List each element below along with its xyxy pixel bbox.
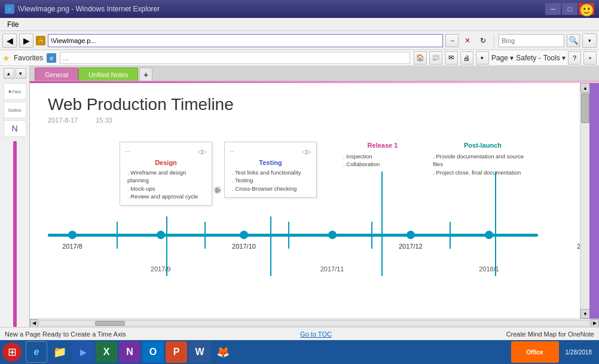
file-menu[interactable]: File bbox=[2, 19, 23, 30]
stop-button[interactable]: ✕ bbox=[461, 34, 474, 47]
tick-up-3 bbox=[288, 222, 289, 234]
forward-button[interactable]: ▶ bbox=[19, 33, 33, 48]
mail-button[interactable]: ✉ bbox=[445, 51, 458, 65]
testing-box: ··· ◁▷ Testing . Test links and function… bbox=[224, 142, 317, 198]
status-bar: New a Page Ready to Create a Time Axis G… bbox=[0, 327, 599, 340]
sidebar-scroll-down[interactable]: ▾ bbox=[16, 68, 26, 79]
label-top-3: 2017/12 bbox=[399, 243, 423, 250]
timeline-labels-top: 2017/8 2017/10 2017/12 2018/2 bbox=[48, 237, 538, 250]
scroll-up-button[interactable]: ▲ bbox=[580, 83, 590, 93]
window-title: \ViewImage.png - Windows Internet Explor… bbox=[18, 5, 160, 13]
h-scroll-right[interactable]: ▶ bbox=[591, 319, 599, 328]
onenote-page: Web Production Timeline 2017-8-17 15:33 … bbox=[30, 83, 580, 319]
design-item-3: . Review and approval cycle bbox=[125, 192, 207, 200]
print-dropdown[interactable]: ▾ bbox=[476, 51, 489, 65]
status-left: New a Page Ready to Create a Time Axis bbox=[5, 331, 126, 338]
favorites-label[interactable]: Favorites bbox=[14, 54, 43, 62]
label-top-2: 2017/10 bbox=[232, 243, 256, 250]
folder-taskbar-icon[interactable]: 📁 bbox=[49, 341, 71, 363]
maximize-button[interactable]: □ bbox=[562, 3, 577, 15]
timeline-line-wrapper: 2017/8 2017/10 2017/12 2018/2 2017/9 201… bbox=[48, 234, 538, 276]
powerpoint-taskbar-icon[interactable]: P bbox=[166, 341, 187, 363]
favorites-star-icon: ★ bbox=[2, 53, 10, 63]
postlaunch-section: Post-launch . Provide documentation and … bbox=[430, 142, 535, 176]
release-item-2: . Collaboration bbox=[341, 160, 424, 168]
timeline-area: ··· ◁▷ Design . Wireframe and design pla… bbox=[48, 136, 538, 303]
tick-up-1 bbox=[117, 222, 118, 234]
refresh-button[interactable]: ↻ bbox=[476, 34, 490, 47]
design-ellipsis: ··· bbox=[125, 148, 130, 155]
search-button[interactable]: 🔍 bbox=[567, 34, 580, 47]
outline-btn[interactable]: Outline bbox=[4, 102, 26, 118]
outlook-taskbar-icon[interactable]: O bbox=[142, 341, 164, 363]
word-taskbar-icon[interactable]: W bbox=[189, 341, 210, 363]
design-title: Design bbox=[125, 159, 207, 166]
security-icon: 🔒 bbox=[36, 36, 45, 45]
page-time-value: 15:33 bbox=[96, 117, 112, 124]
feeds-button[interactable]: 📰 bbox=[429, 51, 442, 65]
scroll-track bbox=[580, 93, 589, 309]
h-scroll-track bbox=[39, 320, 589, 326]
arrow-connector-1: ▷ bbox=[214, 186, 221, 194]
tab-area-text: ... bbox=[63, 54, 68, 62]
browser-viewport: General Unfiled Notes + Web Production T… bbox=[30, 66, 599, 327]
page-content: Web Production Timeline 2017-8-17 15:33 … bbox=[30, 83, 580, 319]
search-options-button[interactable]: ▾ bbox=[582, 33, 597, 48]
address-bar[interactable] bbox=[48, 34, 443, 47]
page-title: Web Production Timeline bbox=[48, 95, 562, 114]
date-time-display: 1/28/2018 bbox=[561, 349, 597, 356]
search-input[interactable] bbox=[499, 34, 564, 47]
tab-add-button[interactable]: + bbox=[139, 68, 152, 81]
tab-general[interactable]: General bbox=[35, 68, 78, 81]
tick-up-4 bbox=[371, 222, 372, 234]
scroll-thumb[interactable] bbox=[581, 93, 589, 123]
start-button[interactable]: ⊞ bbox=[2, 342, 22, 362]
section-indicator bbox=[594, 83, 595, 319]
ie-window-icon: e bbox=[5, 4, 14, 14]
tools-menu[interactable]: Tools ▾ bbox=[543, 54, 566, 62]
page-date-value: 2017-8-17 bbox=[48, 117, 78, 124]
horizontal-scrollbar: ◀ ▶ bbox=[30, 319, 599, 327]
testing-title: Testing bbox=[230, 159, 311, 166]
media-taskbar-icon[interactable]: ▶ bbox=[72, 341, 94, 363]
tab-unfiled-notes[interactable]: Unfiled Notes bbox=[78, 68, 138, 81]
tab-strip: General Unfiled Notes + bbox=[30, 66, 599, 81]
title-bar: e \ViewImage.png - Windows Internet Expl… bbox=[0, 0, 599, 18]
toc-link[interactable]: Go to TOC bbox=[130, 331, 501, 338]
ie-taskbar-icon[interactable]: e bbox=[26, 341, 47, 363]
testing-item-1: . Test links and functionality bbox=[230, 169, 311, 176]
favorites-sidebar-btn[interactable]: ★Favs bbox=[4, 83, 26, 100]
h-scroll-thumb[interactable] bbox=[95, 321, 125, 326]
h-scroll-left[interactable]: ◀ bbox=[30, 319, 38, 328]
notebook-btn[interactable]: N bbox=[4, 120, 26, 137]
onenote-taskbar-icon[interactable]: N bbox=[119, 341, 140, 363]
print-button[interactable]: 🖨 bbox=[460, 51, 473, 65]
go-button[interactable]: → bbox=[445, 34, 459, 47]
safety-menu[interactable]: Safety - bbox=[516, 54, 540, 62]
timeline-labels-bottom: 2017/9 2017/11 2018/1 2018/3 bbox=[48, 263, 538, 276]
minimize-button[interactable]: ─ bbox=[545, 3, 561, 15]
expand-button[interactable]: » bbox=[583, 51, 597, 65]
label-bottom-2: 2017/11 bbox=[320, 265, 344, 273]
ie-favorites-icon: e bbox=[47, 53, 56, 63]
right-section-panel bbox=[589, 83, 599, 319]
help-button[interactable]: ? bbox=[568, 51, 581, 65]
sidebar-scroll-up[interactable]: ▴ bbox=[4, 68, 14, 79]
design-item-2: . Mock-ups bbox=[125, 185, 207, 192]
scroll-down-button[interactable]: ▼ bbox=[580, 309, 590, 319]
testing-item-2: . Testing bbox=[230, 176, 311, 184]
excel-taskbar-icon[interactable]: X bbox=[96, 341, 117, 363]
office-icon[interactable]: Office bbox=[511, 341, 559, 363]
page-menu[interactable]: Page ▾ bbox=[491, 54, 514, 62]
home-button[interactable]: 🏠 bbox=[414, 51, 427, 65]
main-area: ▴ ▾ ★Favs Outline N General Unfiled Note… bbox=[0, 66, 599, 327]
smiley-icon: 🙂 bbox=[579, 3, 594, 17]
label-bottom-1: 2017/9 bbox=[151, 265, 171, 273]
favorites-tab-area: ... bbox=[60, 52, 410, 64]
back-button[interactable]: ◀ bbox=[2, 33, 17, 48]
date-display: 1/28/2018 bbox=[566, 349, 592, 356]
ie-sidebar: ▴ ▾ ★Favs Outline N bbox=[0, 66, 30, 327]
menu-bar: File bbox=[0, 18, 599, 31]
firefox-taskbar-icon[interactable]: 🦊 bbox=[212, 341, 234, 363]
content-scroll-wrapper: Web Production Timeline 2017-8-17 15:33 … bbox=[30, 83, 599, 319]
